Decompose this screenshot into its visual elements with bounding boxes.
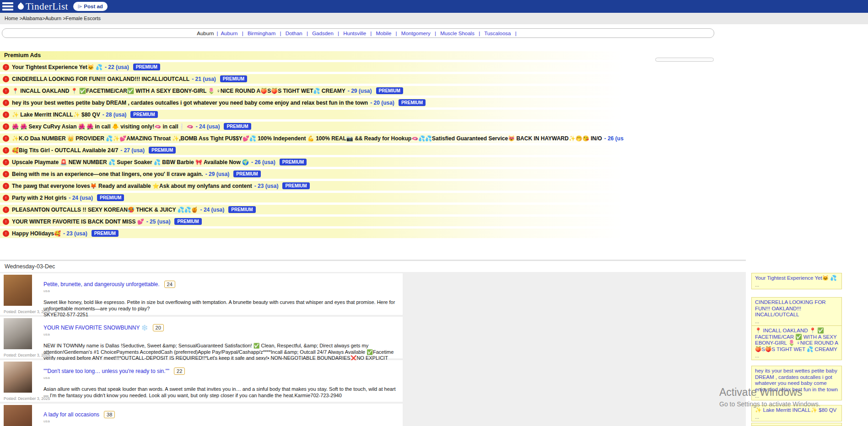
city-link[interactable]: Auburn [221, 31, 237, 36]
city-link[interactable]: Dothan [286, 31, 302, 36]
premium-ad-age: - 21 (usa) [192, 76, 216, 82]
premium-ad-title[interactable]: Your Tightest Experience Yet🐱 💦 [12, 64, 102, 70]
sidebar-premium-box[interactable]: hey its your best wettes petite baby DRE… [751, 366, 842, 400]
up-arrow-icon: ↑ [3, 147, 9, 154]
listing-photo[interactable] [4, 318, 32, 349]
premium-ad-title[interactable]: Upscale Playmate 🚨 NEW NUMBER 💦 Super So… [12, 159, 249, 165]
premium-ad-row[interactable]: ↑ Your Tightest Experience Yet🐱 💦 - 22 (… [0, 62, 624, 72]
hamburger-menu-icon[interactable] [2, 2, 13, 11]
premium-ad-title[interactable]: Party with 2 Hot girls [12, 195, 66, 201]
sidebar-ad-link[interactable]: CINDERELLA LOOKING FOR FUN!!! OAKLAND!!!… [755, 299, 838, 318]
sidebar-ad-ellipsis: ... [755, 319, 838, 324]
premium-ad-age: - 24 (usa) [200, 207, 225, 213]
city-link[interactable]: Tuscaloosa [484, 31, 511, 36]
premium-ad-title[interactable]: PLEASANTON OUTCALLS !! SEXY KOREAN🥵 THIC… [12, 207, 198, 213]
premium-badge: PREMIUM [97, 194, 124, 202]
premium-ad-row[interactable]: ↑ ✨K.O Daa NUMBER 👑 PROVIDER 💦✨💕AMAZING … [0, 133, 624, 143]
city-separator: | [280, 31, 281, 36]
premium-ad-row[interactable]: ↑ 🥰Big Tits Girl - OUTCALL Available 24/… [0, 145, 624, 155]
city-separator: | [479, 31, 480, 36]
premium-ad-row[interactable]: ↑ ✨ Lake Merritt INCALL✨ $80 QV - 28 (us… [0, 110, 624, 119]
sidebar-ad-ellipsis: ... [755, 282, 838, 288]
premium-badge: PREMIUM [224, 123, 251, 130]
listing-body: A lady for all occasions 38 usa [43, 405, 401, 426]
city-nav-box: Auburn | Auburn | Birmingham | Dothan | … [2, 28, 714, 38]
post-ad-button[interactable]: ⌲ Post ad [74, 2, 107, 11]
premium-ad-age: - 29 (usa) [348, 88, 372, 94]
premium-ad-age: - 23 (usa) [254, 183, 279, 189]
premium-ad-age: - 24 (usa) [196, 123, 220, 130]
premium-rows: ↑ Your Tightest Experience Yet🐱 💦 - 22 (… [0, 62, 624, 238]
premium-ad-title[interactable]: hey its your best wettes petite baby DRE… [12, 100, 368, 106]
sidebar-ad-ellipsis: ... [755, 414, 838, 420]
up-arrow-icon: ↑ [3, 230, 9, 237]
listing-photo[interactable] [4, 275, 32, 306]
listing-title-link[interactable]: Petite, brunette, and dangerously unforg… [43, 281, 160, 288]
sidebar-ad-link[interactable]: ✨ Lake Merritt INCALL✨ $80 QV [755, 407, 838, 414]
premium-ad-row[interactable]: ↑ Party with 2 Hot girls - 24 (usa) PREM… [0, 193, 624, 202]
listing-title-link[interactable]: A lady for all occasions [43, 411, 99, 418]
brand-flame-icon [16, 2, 25, 11]
sidebar-ad-link[interactable]: hey its your best wettes petite baby DRE… [755, 368, 838, 393]
sidebar-premium-box[interactable]: ✨ Lake Merritt INCALL✨ $80 QV ... [751, 405, 842, 421]
premium-ad-title[interactable]: 📍 INCALL OAKLAND 📍 ✅FACETIME/CAR✅ WITH A… [12, 88, 345, 94]
listing-photo[interactable] [4, 405, 32, 426]
listing-posted-date: Posted: December 3, 2025 [4, 353, 50, 357]
city-link[interactable]: Montgomery [401, 31, 431, 36]
premium-ad-age: - 27 (usa) [120, 147, 145, 154]
premium-ad-title[interactable]: Being with me is an experience—one that … [12, 171, 203, 177]
premium-ad-title[interactable]: ✨ Lake Merritt INCALL✨ $80 QV [12, 112, 100, 118]
horizontal-scrollbar[interactable] [655, 58, 714, 62]
premium-ad-row[interactable]: ↑ YOUR WINTER FAVORITE IS BACK DONT MISS… [0, 217, 624, 226]
premium-ad-title[interactable]: 🌺 🌺 Sexy CuRvy Asian 🌺 🌺 in call 🐥 visit… [12, 123, 194, 130]
up-arrow-icon: ↑ [3, 207, 9, 213]
premium-badge: PREMIUM [92, 230, 119, 237]
listing-country: usa [43, 332, 401, 336]
city-links: Auburn | Birmingham | Dothan | Gadsden |… [221, 31, 519, 36]
listing-photo[interactable] [4, 362, 32, 393]
premium-ad-row[interactable]: ↑ CINDERELLA LOOKING FOR FUN!!! OAKLAND!… [0, 74, 624, 84]
premium-ad-row[interactable]: ↑ The pawg that everyone loves🦊 Ready an… [0, 181, 624, 191]
sidebar-ad-link[interactable]: Your Tightest Experience Yet🐱 💦 [755, 275, 838, 282]
premium-ad-title[interactable]: ✨K.O Daa NUMBER 👑 PROVIDER 💦✨💕AMAZING Th… [12, 135, 602, 142]
brand-name: TinderList [26, 1, 68, 12]
premium-ad-title[interactable]: The pawg that everyone loves🦊 Ready and … [12, 183, 252, 189]
premium-ad-row[interactable]: ↑ Upscale Playmate 🚨 NEW NUMBER 💦 Super … [0, 157, 624, 167]
listing-item: Petite, brunette, and dangerously unforg… [0, 273, 403, 315]
brand-logo[interactable]: TinderList [18, 1, 68, 12]
up-arrow-icon: ↑ [3, 100, 9, 106]
listing-description: Sweet like honey, bold like espresso. Pe… [43, 299, 401, 312]
sidebar-premium-box[interactable]: Your Tightest Experience Yet🐱 💦 ... [751, 273, 842, 289]
listing-country: usa [43, 376, 401, 380]
premium-ad-row[interactable]: ↑ Being with me is an experience—one tha… [0, 169, 624, 179]
premium-ad-title[interactable]: CINDERELLA LOOKING FOR FUN!!! OAKLAND!!!… [12, 76, 189, 82]
city-current: Auburn [197, 31, 214, 36]
sidebar-premium-box[interactable]: 📍 INCALL OAKLAND 📍 ✅ FACETIME/CAR ✅ WITH… [751, 325, 842, 360]
premium-ad-title[interactable]: YOUR WINTER FAVORITE IS BACK DONT MISS 💕 [12, 218, 144, 225]
premium-badge: PREMIUM [233, 170, 260, 178]
premium-ad-row[interactable]: ↑ 🌺 🌺 Sexy CuRvy Asian 🌺 🌺 in call 🐥 vis… [0, 122, 624, 131]
listing-description: Asian allure with curves that speak loud… [43, 386, 401, 399]
city-link[interactable]: Muscle Shoals [440, 31, 474, 36]
premium-ad-row[interactable]: ↑ PLEASANTON OUTCALLS !! SEXY KOREAN🥵 TH… [0, 205, 624, 214]
premium-ad-row[interactable]: ↑ Happy HOlidays🥰 - 23 (usa) PREMIUM [0, 229, 624, 238]
sidebar-premium-box[interactable] [751, 423, 842, 426]
sidebar-premium-box[interactable]: CINDERELLA LOOKING FOR FUN!!! OAKLAND!!!… [751, 297, 842, 326]
premium-ad-title[interactable]: 🥰Big Tits Girl - OUTCALL Available 24/7 [12, 147, 118, 154]
listing-title-link[interactable]: ""Don't stare too long… unless you're re… [43, 368, 169, 374]
city-link[interactable]: Gadsden [312, 31, 334, 36]
sidebar-ad-ellipsis: ... [755, 353, 838, 358]
premium-ad-row[interactable]: ↑ 📍 INCALL OAKLAND 📍 ✅FACETIME/CAR✅ WITH… [0, 86, 624, 96]
premium-ad-title[interactable]: Happy HOlidays🥰 [12, 230, 61, 237]
listing-title-link[interactable]: YOUR NEW FAVORITE SNOWBUNNY ❄️ [43, 325, 148, 331]
city-link[interactable]: Mobile [376, 31, 392, 36]
city-link[interactable]: Birmingham [248, 31, 275, 36]
up-arrow-icon: ↑ [3, 171, 9, 177]
city-separator: | [370, 31, 372, 36]
up-arrow-icon: ↑ [3, 183, 9, 189]
breadcrumb[interactable]: Home >Alabama>Auburn >Female Escorts [0, 13, 868, 24]
premium-ad-age: - 22 (usa) [105, 64, 129, 70]
sidebar-ad-link[interactable]: 📍 INCALL OAKLAND 📍 ✅ FACETIME/CAR ✅ WITH… [755, 328, 838, 352]
city-link[interactable]: Huntsville [343, 31, 366, 36]
premium-ad-row[interactable]: ↑ hey its your best wettes petite baby D… [0, 98, 624, 107]
